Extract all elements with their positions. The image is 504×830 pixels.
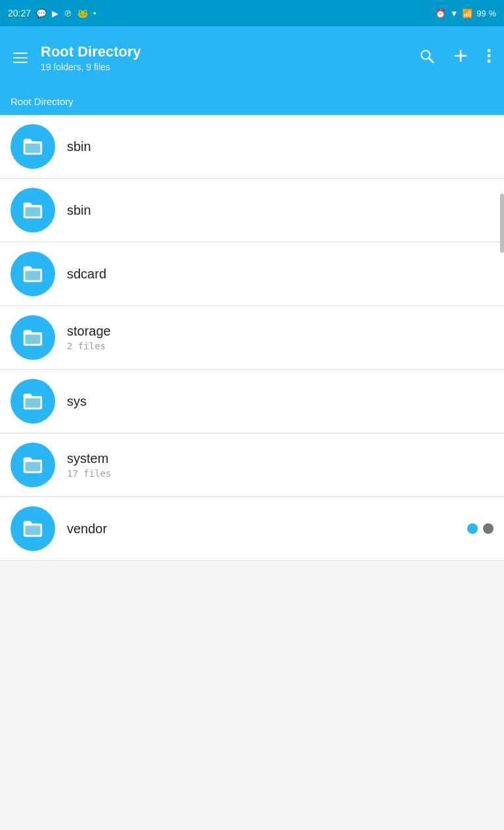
folder-icon-circle [10,379,55,424]
more-options-button[interactable] [484,45,494,70]
signal-icon: 📶 [462,9,472,18]
svg-point-4 [488,49,491,53]
folder-icon-circle [10,188,55,232]
hamburger-line-3 [13,62,28,63]
svg-point-5 [488,55,491,58]
folder-icon-circle [10,251,55,296]
toolbar-title: Root Directory [41,43,406,60]
breadcrumb-bar: Root Directory [0,89,504,115]
folder-icon-circle [10,315,55,360]
scrollbar-thumb[interactable] [500,194,504,253]
youtube-icon: ▶ [52,9,58,18]
dots-indicator [467,523,494,534]
breadcrumb-label: Root Directory [10,96,74,107]
svg-rect-7 [25,144,40,153]
list-item[interactable]: vendor [0,497,504,561]
scrollbar-track [500,115,504,561]
file-info: sbin [67,139,494,154]
alarm-icon: ⏰ [435,9,446,18]
list-item[interactable]: sys [0,370,504,433]
status-bar-left: 20:27 💬 ▶ ℗ 🐸 • [8,8,96,18]
list-item[interactable]: storage 2 files [0,306,504,370]
pinterest-icon: ℗ [64,9,72,18]
search-button[interactable] [416,45,437,70]
file-info: sdcard [67,267,494,282]
message-icon: 💬 [36,9,47,18]
svg-rect-12 [25,462,40,471]
toolbar-actions [416,45,494,70]
toolbar-title-section: Root Directory 19 folders, 9 files [41,43,406,72]
svg-rect-13 [25,526,40,535]
svg-rect-10 [25,335,40,344]
file-name: sbin [67,203,494,218]
status-bar: 20:27 💬 ▶ ℗ 🐸 • ⏰ ▼ 📶 99 % [0,0,504,26]
file-info: system 17 files [67,451,494,479]
file-name: storage [67,324,494,339]
file-info: sbin [67,203,494,218]
list-item[interactable]: system 17 files [0,433,504,497]
toolbar-subtitle: 19 folders, 9 files [41,62,406,72]
svg-line-1 [429,58,434,63]
add-button[interactable] [450,45,471,70]
hamburger-line-2 [13,57,28,58]
file-info: vendor [67,521,461,536]
hamburger-menu-button[interactable] [10,50,30,66]
dot-blue [467,523,478,534]
wifi-icon: ▼ [450,9,458,18]
file-name: sbin [67,139,494,154]
folder-icon-circle [10,124,55,169]
svg-rect-8 [25,207,40,217]
folder-icon-circle [10,506,55,551]
svg-rect-9 [25,271,40,280]
toolbar: Root Directory 19 folders, 9 files [0,26,504,89]
file-name: sys [67,394,494,409]
file-info: storage 2 files [67,324,494,351]
file-meta: 17 files [67,468,494,479]
list-item[interactable]: sbin [0,115,504,179]
file-name: vendor [67,521,461,536]
svg-point-6 [488,60,491,63]
status-bar-right: ⏰ ▼ 📶 99 % [435,9,496,18]
folder-icon-circle [10,443,55,487]
file-name: sdcard [67,267,494,282]
file-name: system [67,451,494,466]
dot-gray [483,523,494,534]
frog-icon: 🐸 [77,9,88,18]
svg-rect-11 [25,399,40,408]
list-item[interactable]: sdcard [0,242,504,306]
file-meta: 2 files [67,341,494,351]
file-info: sys [67,394,494,409]
time-display: 20:27 [8,8,31,18]
list-item[interactable]: sbin [0,179,504,242]
file-list: sbin sbin sdcard [0,115,504,561]
battery-display: 99 % [476,9,496,18]
hamburger-line-1 [13,53,28,54]
dot-icon: • [93,9,96,18]
